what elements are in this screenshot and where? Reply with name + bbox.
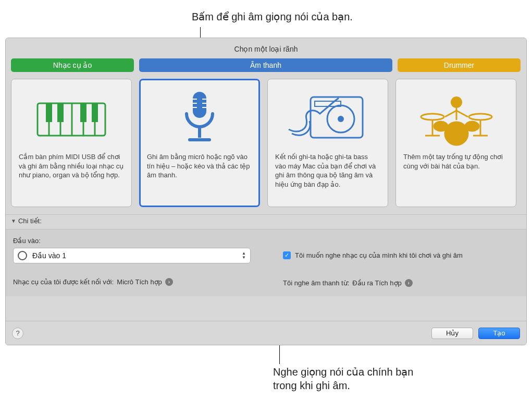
details-label: Chi tiết: [18,217,42,225]
new-track-panel: Chọn một loại rãnh Nhạc cụ ảo Âm thanh D… [5,38,527,345]
callout-bottom: Nghe giọng nói của chính bạn trong khi g… [273,365,413,392]
input-select[interactable]: Đầu vào 1 ▲▼ [13,248,251,263]
hear-label: Tôi nghe âm thanh từ: [283,279,349,287]
cancel-button[interactable]: Hủy [431,328,473,339]
card-virtual-instrument[interactable]: Cắm bàn phím MIDI USB để chơi và ghi âm … [11,79,132,207]
svg-point-21 [338,116,344,122]
tab-drummer[interactable]: Drummer [398,58,521,72]
drumkit-icon [403,86,509,152]
chevron-right-icon: › [165,278,173,286]
mono-channel-icon [18,251,27,260]
svg-point-27 [421,114,444,120]
select-stepper-icon: ▲▼ [239,249,249,262]
connected-label: Nhạc cụ của tôi được kết nối với: [13,278,114,286]
connected-value: Micrô Tích hợp [117,278,162,286]
monitor-checkbox-label: Tôi muốn nghe nhạc cụ của mình khi tôi c… [295,251,463,259]
panel-title: Chọn một loại rãnh [6,38,526,58]
details-left: Đầu vào: Đầu vào 1 ▲▼ Nhạc cụ của tôi đư… [13,237,262,287]
disclosure-triangle-icon: ▼ [11,218,16,224]
help-button[interactable]: ? [12,328,23,339]
panel-footer: ? Hủy Tạo [6,321,526,345]
card-virtual-desc: Cắm bàn phím MIDI USB để chơi và ghi âm … [19,152,124,180]
details-toggle[interactable]: ▼ Chi tiết: [6,214,526,230]
card-audio-guitar-desc: Kết nối ghi-ta hoặc ghi-ta bass vào máy … [275,152,380,189]
callout-bottom-line1: Nghe giọng nói của chính bạn [273,365,413,379]
card-audio-mic-desc: Ghi âm bằng micrô hoặc ngõ vào tín hiệu … [147,152,252,180]
svg-point-29 [469,114,492,120]
monitor-checkbox[interactable]: ✓ [283,251,291,259]
callout-top: Bấm để ghi âm giọng nói của bạn. [192,10,353,23]
details-right: ✓ Tôi muốn nghe nhạc cụ của mình khi tôi… [283,237,519,287]
track-type-tabs: Nhạc cụ ảo Âm thanh Drummer [6,58,526,72]
card-drummer-desc: Thêm một tay trống tự động chơi cùng với… [403,152,509,171]
create-button[interactable]: Tạo [478,328,520,339]
svg-rect-10 [193,92,206,118]
card-audio-mic[interactable]: Ghi âm bằng micrô hoặc ngõ vào tín hiệu … [139,79,260,207]
track-cards: Cắm bàn phím MIDI USB để chơi và ghi âm … [6,72,526,214]
callout-bottom-line2: trong khi ghi âm. [273,379,413,392]
details-body: Đầu vào: Đầu vào 1 ▲▼ Nhạc cụ của tôi đư… [6,230,526,296]
card-drummer[interactable]: Thêm một tay trống tự động chơi cùng với… [395,79,516,207]
guitar-amp-icon [275,86,380,152]
chevron-right-icon: › [405,279,413,287]
svg-rect-8 [80,103,86,122]
svg-rect-7 [57,103,64,122]
tab-audio[interactable]: Âm thanh [139,58,392,72]
monitor-checkbox-row[interactable]: ✓ Tôi muốn nghe nhạc cụ của mình khi tôi… [283,251,519,259]
tab-virtual-instrument[interactable]: Nhạc cụ ảo [11,58,134,72]
instrument-connected-row[interactable]: Nhạc cụ của tôi được kết nối với: Micrô … [13,278,262,286]
card-audio-guitar[interactable]: Kết nối ghi-ta hoặc ghi-ta bass vào máy … [267,79,388,207]
input-select-value: Đầu vào 1 [32,251,66,260]
svg-line-26 [456,111,468,117]
hear-value: Đầu ra Tích hợp [352,279,402,287]
svg-rect-6 [46,103,52,122]
svg-line-25 [445,111,456,117]
svg-point-23 [451,97,462,108]
microphone-icon [147,86,252,152]
input-label: Đầu vào: [13,237,262,245]
keyboard-icon [19,86,124,152]
svg-point-33 [445,122,468,145]
hear-output-row[interactable]: Tôi nghe âm thanh từ: Đầu ra Tích hợp › [283,279,519,287]
svg-rect-9 [92,103,98,122]
